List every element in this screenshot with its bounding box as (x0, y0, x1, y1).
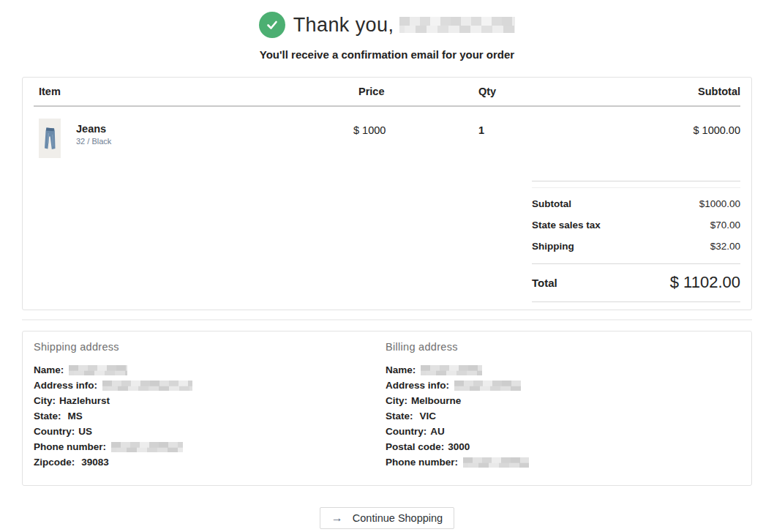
addresses-card: Shipping address Name: Address info: Cit… (22, 331, 752, 486)
order-summary-card: Item Price Qty Subtotal Jeans 32 / Black (22, 77, 752, 310)
billing-address-title: Billing address (386, 341, 529, 353)
summary-row-tax: State sales tax $70.00 (532, 214, 740, 236)
summary-row-subtotal: Subtotal $1000.00 (532, 193, 740, 214)
total-row: Total $ 1102.00 (532, 264, 740, 301)
total-label: Total (532, 277, 557, 289)
shipping-address-section: Shipping address Name: Address info: Cit… (34, 341, 386, 470)
item-qty: 1 (478, 119, 484, 158)
redacted-value (102, 381, 192, 391)
redacted-value (111, 442, 183, 452)
item-price: $ 1000 (353, 119, 478, 158)
address-row-city: City: Hazlehurst (34, 393, 386, 408)
redacted-value (454, 381, 521, 391)
order-table-header: Item Price Qty Subtotal (34, 78, 740, 107)
row-right-group: 1 $ 1000.00 (478, 119, 740, 158)
address-value: 39083 (81, 457, 109, 468)
address-row-city: City: Melbourne (386, 393, 529, 408)
address-row-country: Country: AU (386, 424, 529, 439)
redacted-value (463, 457, 529, 468)
arrow-right-icon: → (331, 512, 343, 525)
address-label: Address info: (34, 380, 97, 391)
header-right-group: Qty Subtotal (478, 86, 740, 97)
summary-label: State sales tax (532, 220, 601, 231)
address-label: Phone number: (386, 457, 458, 468)
address-label: Name: (34, 364, 64, 375)
item-name: Jeans (76, 123, 111, 135)
item-subtotal: $ 1000.00 (693, 119, 740, 158)
address-label: City: (34, 395, 56, 406)
address-value: Melbourne (411, 395, 461, 406)
customer-name-redacted (399, 17, 515, 33)
summary-bottom-divider (532, 301, 740, 302)
summary-label: Subtotal (532, 198, 571, 209)
address-row-phone: Phone number: (34, 439, 386, 454)
table-row: Jeans 32 / Black $ 1000 1 $ 1000.00 (34, 107, 740, 158)
section-divider (22, 319, 752, 321)
address-row-country: Country: US (34, 424, 386, 439)
footer: → Continue Shopping (0, 507, 774, 529)
address-row-postal-code: Postal code: 3000 (386, 439, 529, 454)
address-row-phone: Phone number: (386, 454, 529, 470)
address-value: US (78, 426, 92, 437)
item-cell: Jeans 32 / Black (34, 119, 353, 158)
item-text-group: Jeans 32 / Black (76, 119, 111, 158)
continue-shopping-button[interactable]: → Continue Shopping (320, 507, 454, 529)
address-value: VIC (420, 411, 437, 422)
summary-top-divider (532, 181, 740, 181)
address-label: Address info: (386, 380, 449, 391)
total-value: $ 1102.00 (670, 273, 740, 292)
thank-you-title: Thank you, (293, 14, 394, 37)
column-header-qty: Qty (478, 86, 496, 97)
summary-label: Shipping (532, 241, 574, 252)
redacted-value (421, 365, 482, 375)
item-variant: 32 / Black (76, 137, 111, 146)
shipping-address-rows: Name: Address info: City: Hazlehurst Sta… (34, 362, 386, 470)
jeans-product-image (39, 119, 61, 158)
address-value: 3000 (448, 441, 470, 452)
confirmation-subtitle: You'll receive a confirmation email for … (0, 48, 774, 61)
address-row-zipcode: Zipcode: 39083 (34, 454, 386, 470)
address-row-name: Name: (386, 362, 529, 378)
order-totals-summary: Subtotal $1000.00 State sales tax $70.00… (532, 181, 740, 302)
address-label: Country: (34, 426, 75, 437)
address-value: AU (430, 426, 445, 437)
address-row-name: Name: (34, 362, 386, 378)
summary-row-shipping: Shipping $32.00 (532, 236, 740, 257)
address-row-address-info: Address info: (34, 378, 386, 393)
address-label: Name: (386, 364, 416, 375)
address-label: Postal code: (386, 441, 444, 452)
address-row-address-info: Address info: (386, 378, 529, 393)
address-row-state: State: VIC (386, 408, 529, 424)
shipping-address-title: Shipping address (34, 341, 386, 353)
check-icon (259, 12, 285, 38)
summary-value: $32.00 (710, 241, 740, 252)
summary-value: $1000.00 (699, 198, 740, 209)
address-label: City: (386, 395, 407, 406)
column-header-subtotal: Subtotal (698, 86, 740, 97)
address-label: Zipcode: (34, 457, 75, 468)
column-header-price: Price (353, 86, 478, 97)
column-header-item: Item (34, 86, 353, 97)
billing-address-section: Billing address Name: Address info: City… (386, 341, 529, 470)
address-label: State: (34, 411, 61, 422)
address-label: State: (386, 411, 413, 422)
summary-rows: Subtotal $1000.00 State sales tax $70.00… (532, 188, 740, 257)
continue-shopping-label: Continue Shopping (353, 512, 443, 524)
order-confirmation-header: Thank you, (0, 0, 774, 38)
address-value: MS (68, 411, 83, 422)
address-row-state: State: MS (34, 408, 386, 424)
address-label: Country: (386, 426, 427, 437)
billing-address-rows: Name: Address info: City: Melbourne Stat… (386, 362, 529, 470)
redacted-value (69, 365, 127, 375)
summary-value: $70.00 (710, 220, 740, 231)
address-label: Phone number: (34, 441, 106, 452)
address-value: Hazlehurst (59, 395, 110, 406)
